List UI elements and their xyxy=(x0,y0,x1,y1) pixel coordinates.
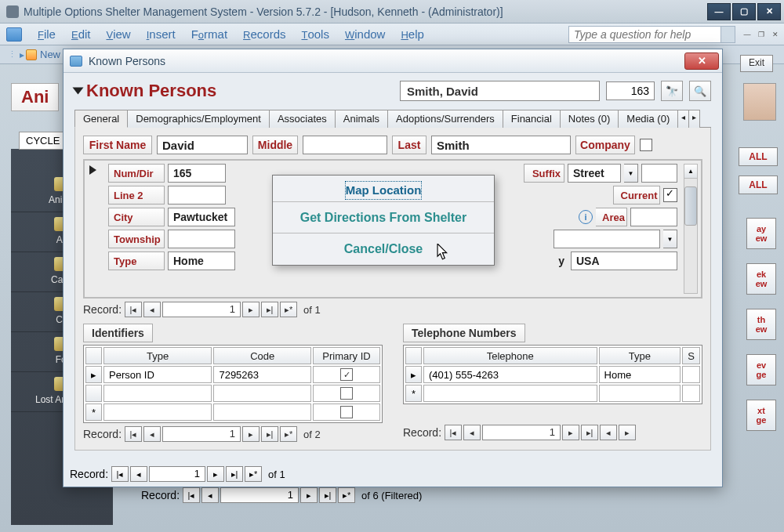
middle-name-input[interactable] xyxy=(303,136,387,154)
table-row[interactable]: ▸ (401) 555-4263 Home xyxy=(405,366,700,383)
nav-next-icon[interactable]: ▸ xyxy=(242,426,260,442)
record-counter[interactable]: 1 xyxy=(220,487,299,503)
suffix-extra-input[interactable] xyxy=(641,164,677,183)
row-selector-icon[interactable]: ▸ xyxy=(405,366,422,383)
nav-scroll-left[interactable]: ◂ xyxy=(600,425,617,440)
township-extra-input[interactable] xyxy=(554,230,660,248)
tel-col-number[interactable]: Telephone xyxy=(423,347,597,364)
nav-first-icon[interactable]: |◂ xyxy=(125,426,142,442)
identifiers-col-type[interactable]: Type xyxy=(103,347,212,364)
help-search-dropdown[interactable] xyxy=(721,26,735,43)
nav-last-icon[interactable]: ▸| xyxy=(261,302,278,317)
identifiers-col-primary[interactable]: Primary ID xyxy=(313,347,380,364)
nav-next-icon[interactable]: ▸ xyxy=(242,302,260,317)
nav-prev-icon[interactable]: ◂ xyxy=(463,425,481,440)
nav-next-icon[interactable]: ▸ xyxy=(562,425,579,440)
nav-last-icon[interactable]: ▸| xyxy=(319,487,336,503)
all-button-1[interactable]: ALL xyxy=(739,147,778,166)
tab-animals[interactable]: Animals xyxy=(335,110,388,128)
nav-last-icon[interactable]: ▸| xyxy=(226,466,243,482)
township-dropdown[interactable]: ▼ xyxy=(663,230,677,248)
tab-scroll-left[interactable]: ◂ xyxy=(677,110,689,128)
window-close-button[interactable]: ✕ xyxy=(684,52,719,70)
menu-records[interactable]: Records xyxy=(235,24,293,44)
record-counter[interactable]: 1 xyxy=(482,425,561,440)
all-button-2[interactable]: ALL xyxy=(739,176,778,194)
city-input[interactable] xyxy=(168,208,235,226)
preview-button[interactable]: 🔍 xyxy=(689,81,711,101)
menu-insert[interactable]: Insert xyxy=(139,24,183,44)
country-input[interactable] xyxy=(571,252,677,270)
nav-next-icon[interactable]: ▸ xyxy=(300,487,318,503)
last-name-input[interactable] xyxy=(431,136,571,154)
mdi-restore[interactable]: ❐ xyxy=(754,28,768,41)
nav-new-icon[interactable]: ▸* xyxy=(338,487,355,503)
nav-first-icon[interactable]: |◂ xyxy=(125,302,142,317)
menu-tools[interactable]: Tools xyxy=(293,24,336,44)
nav-new-icon[interactable]: ▸* xyxy=(245,466,262,482)
tel-number-cell[interactable]: (401) 555-4263 xyxy=(423,366,597,383)
nav-next-icon[interactable]: ▸ xyxy=(207,466,224,482)
primary-id-checkbox[interactable] xyxy=(340,387,353,400)
address-scrollbar[interactable]: ▲ xyxy=(684,164,698,294)
right-btn-partial[interactable]: ekew xyxy=(746,263,776,295)
right-btn-partial[interactable]: xtge xyxy=(746,400,776,431)
township-input[interactable] xyxy=(168,230,235,248)
nav-prev-icon[interactable]: ◂ xyxy=(143,302,161,317)
table-row-new[interactable]: * xyxy=(405,385,700,402)
subform-record-arrow-icon[interactable] xyxy=(89,165,96,175)
nav-first-icon[interactable]: |◂ xyxy=(111,466,129,482)
tab-adoptions[interactable]: Adoptions/Surrenders xyxy=(387,110,503,128)
nav-prev-icon[interactable]: ◂ xyxy=(201,487,219,503)
nav-prev-icon[interactable]: ◂ xyxy=(143,426,161,442)
find-button[interactable]: 🔭 xyxy=(661,81,683,101)
help-search-input[interactable] xyxy=(568,26,721,43)
tab-demographics[interactable]: Demographics/Employment xyxy=(127,110,270,128)
identifier-type-cell[interactable]: Person ID xyxy=(103,366,212,383)
row-selector-icon[interactable]: ▸ xyxy=(85,366,102,383)
record-counter[interactable]: 1 xyxy=(162,302,241,317)
first-name-input[interactable] xyxy=(157,136,248,154)
nav-scroll-right[interactable]: ▸ xyxy=(619,425,636,440)
mdi-minimize[interactable]: — xyxy=(740,28,754,41)
new-button[interactable]: New xyxy=(40,49,60,60)
tel-type-cell[interactable]: Home xyxy=(599,366,681,383)
tel-col-s[interactable]: S xyxy=(682,347,700,364)
table-row[interactable]: ▸ Person ID 7295263 xyxy=(85,366,380,383)
tab-associates[interactable]: Associates xyxy=(269,110,336,128)
identifiers-col-code[interactable]: Code xyxy=(213,347,311,364)
tab-scroll-right[interactable]: ▸ xyxy=(688,110,700,128)
table-row[interactable] xyxy=(85,385,380,402)
person-id-field[interactable] xyxy=(606,81,655,100)
type-input[interactable] xyxy=(168,252,235,270)
nav-last-icon[interactable]: ▸| xyxy=(261,426,278,442)
menu-view[interactable]: View xyxy=(98,24,138,44)
expand-arrow-icon[interactable] xyxy=(73,88,84,95)
right-btn-partial[interactable]: ayew xyxy=(746,218,776,249)
nav-first-icon[interactable]: |◂ xyxy=(183,487,200,503)
nav-prev-icon[interactable]: ◂ xyxy=(130,466,147,482)
record-counter[interactable]: 1 xyxy=(149,466,205,482)
nav-last-icon[interactable]: ▸| xyxy=(581,425,598,440)
nav-new-icon[interactable]: ▸* xyxy=(280,426,297,442)
exit-button[interactable]: Exit xyxy=(740,55,773,72)
map-location-item[interactable]: Map Location xyxy=(345,181,423,200)
info-icon[interactable]: i xyxy=(579,210,593,224)
cancel-close-item[interactable]: Cancel/Close xyxy=(273,233,494,265)
scroll-thumb[interactable] xyxy=(684,186,697,226)
new-row-icon[interactable]: * xyxy=(85,404,102,421)
suffix-dropdown[interactable]: ▼ xyxy=(624,164,638,183)
new-row-icon[interactable]: * xyxy=(405,385,422,402)
nav-new-icon[interactable]: ▸* xyxy=(280,302,297,317)
primary-id-checkbox[interactable] xyxy=(340,406,353,418)
get-directions-item[interactable]: Get Directions From Shelter xyxy=(273,202,494,233)
primary-id-checkbox[interactable] xyxy=(340,368,353,381)
suffix-input[interactable] xyxy=(568,164,621,183)
scroll-up-icon[interactable]: ▲ xyxy=(684,165,697,179)
menu-format[interactable]: Format xyxy=(183,24,235,44)
numdir-input[interactable] xyxy=(168,164,226,183)
close-button[interactable]: ✕ xyxy=(757,3,781,20)
current-checkbox[interactable]: ✓ xyxy=(663,188,677,202)
company-checkbox[interactable] xyxy=(640,139,652,151)
tel-col-type[interactable]: Type xyxy=(599,347,681,364)
